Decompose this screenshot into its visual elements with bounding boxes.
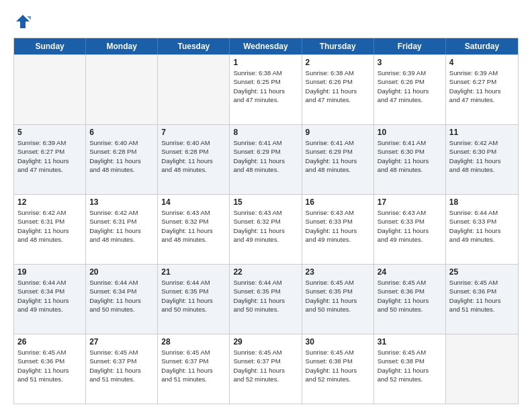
day-number: 10 (378, 128, 442, 137)
day-number: 27 (89, 337, 154, 347)
day-info: Sunrise: 6:42 AM Sunset: 6:31 PM Dayligh… (17, 208, 82, 244)
day-info: Sunrise: 6:38 AM Sunset: 6:25 PM Dayligh… (233, 68, 298, 104)
day-info: Sunrise: 6:43 AM Sunset: 6:32 PM Dayligh… (233, 208, 298, 244)
day-info: Sunrise: 6:44 AM Sunset: 6:34 PM Dayligh… (17, 278, 82, 314)
day-cell-28: 28Sunrise: 6:45 AM Sunset: 6:37 PM Dayli… (158, 334, 230, 404)
day-cell-2: 2Sunrise: 6:38 AM Sunset: 6:26 PM Daylig… (302, 55, 374, 124)
day-number: 13 (89, 197, 154, 207)
week-row-4: 26Sunrise: 6:45 AM Sunset: 6:36 PM Dayli… (14, 334, 518, 404)
day-number: 23 (306, 267, 370, 277)
day-cell-8: 8Sunrise: 6:41 AM Sunset: 6:29 PM Daylig… (230, 125, 302, 194)
day-cell-30: 30Sunrise: 6:45 AM Sunset: 6:38 PM Dayli… (302, 334, 374, 404)
day-cell-19: 19Sunrise: 6:44 AM Sunset: 6:34 PM Dayli… (14, 265, 86, 334)
day-info: Sunrise: 6:45 AM Sunset: 6:36 PM Dayligh… (378, 278, 442, 314)
day-info: Sunrise: 6:39 AM Sunset: 6:27 PM Dayligh… (449, 68, 515, 104)
day-info: Sunrise: 6:45 AM Sunset: 6:37 PM Dayligh… (161, 348, 226, 383)
day-number: 19 (17, 267, 82, 277)
day-number: 22 (233, 267, 298, 277)
day-info: Sunrise: 6:40 AM Sunset: 6:28 PM Dayligh… (161, 138, 226, 174)
day-cell-4: 4Sunrise: 6:39 AM Sunset: 6:27 PM Daylig… (446, 55, 518, 124)
day-info: Sunrise: 6:44 AM Sunset: 6:35 PM Dayligh… (161, 278, 226, 314)
day-info: Sunrise: 6:43 AM Sunset: 6:33 PM Dayligh… (378, 208, 442, 244)
day-info: Sunrise: 6:45 AM Sunset: 6:36 PM Dayligh… (449, 278, 515, 314)
day-cell-13: 13Sunrise: 6:42 AM Sunset: 6:31 PM Dayli… (86, 195, 158, 264)
day-number: 12 (17, 197, 82, 207)
day-header-wednesday: Wednesday (230, 38, 302, 54)
logo-icon (13, 12, 32, 31)
day-info: Sunrise: 6:39 AM Sunset: 6:26 PM Dayligh… (378, 68, 442, 104)
day-info: Sunrise: 6:44 AM Sunset: 6:33 PM Dayligh… (449, 208, 515, 244)
day-info: Sunrise: 6:45 AM Sunset: 6:38 PM Dayligh… (306, 348, 370, 383)
day-number: 5 (17, 128, 82, 137)
day-cell-5: 5Sunrise: 6:39 AM Sunset: 6:27 PM Daylig… (14, 125, 86, 194)
day-number: 6 (89, 128, 154, 137)
day-cell-18: 18Sunrise: 6:44 AM Sunset: 6:33 PM Dayli… (446, 195, 518, 264)
day-number: 2 (306, 58, 370, 67)
day-cell-15: 15Sunrise: 6:43 AM Sunset: 6:32 PM Dayli… (230, 195, 302, 264)
day-info: Sunrise: 6:44 AM Sunset: 6:34 PM Dayligh… (89, 278, 154, 314)
day-number: 1 (233, 58, 298, 67)
day-info: Sunrise: 6:45 AM Sunset: 6:36 PM Dayligh… (17, 348, 82, 383)
day-cell-3: 3Sunrise: 6:39 AM Sunset: 6:26 PM Daylig… (374, 55, 446, 124)
day-info: Sunrise: 6:39 AM Sunset: 6:27 PM Dayligh… (17, 138, 82, 174)
day-cell-22: 22Sunrise: 6:44 AM Sunset: 6:35 PM Dayli… (230, 265, 302, 334)
day-number: 8 (233, 128, 298, 137)
day-cell-12: 12Sunrise: 6:42 AM Sunset: 6:31 PM Dayli… (14, 195, 86, 264)
day-number: 16 (306, 197, 370, 207)
day-header-tuesday: Tuesday (158, 38, 230, 54)
day-info: Sunrise: 6:40 AM Sunset: 6:28 PM Dayligh… (89, 138, 154, 174)
day-number: 7 (161, 128, 226, 137)
day-number: 20 (89, 267, 154, 277)
week-row-3: 19Sunrise: 6:44 AM Sunset: 6:34 PM Dayli… (14, 264, 518, 334)
day-header-sunday: Sunday (14, 38, 86, 54)
day-info: Sunrise: 6:44 AM Sunset: 6:35 PM Dayligh… (233, 278, 298, 314)
day-cell-23: 23Sunrise: 6:45 AM Sunset: 6:35 PM Dayli… (302, 265, 374, 334)
day-number: 18 (449, 197, 515, 207)
calendar-body: 1Sunrise: 6:38 AM Sunset: 6:25 PM Daylig… (14, 54, 518, 404)
day-cell-27: 27Sunrise: 6:45 AM Sunset: 6:37 PM Dayli… (86, 334, 158, 404)
day-info: Sunrise: 6:41 AM Sunset: 6:29 PM Dayligh… (306, 138, 370, 174)
day-cell-29: 29Sunrise: 6:45 AM Sunset: 6:37 PM Dayli… (230, 334, 302, 404)
day-number: 15 (233, 197, 298, 207)
day-cell-1: 1Sunrise: 6:38 AM Sunset: 6:25 PM Daylig… (230, 55, 302, 124)
empty-cell (446, 334, 518, 404)
day-info: Sunrise: 6:45 AM Sunset: 6:38 PM Dayligh… (378, 348, 442, 383)
logo (13, 12, 35, 31)
day-info: Sunrise: 6:45 AM Sunset: 6:35 PM Dayligh… (306, 278, 370, 314)
day-number: 21 (161, 267, 226, 277)
day-number: 29 (233, 337, 298, 347)
day-cell-7: 7Sunrise: 6:40 AM Sunset: 6:28 PM Daylig… (158, 125, 230, 194)
day-number: 31 (378, 337, 442, 347)
header (13, 12, 519, 31)
empty-cell (86, 55, 158, 124)
calendar-header: SundayMondayTuesdayWednesdayThursdayFrid… (14, 38, 518, 54)
day-cell-17: 17Sunrise: 6:43 AM Sunset: 6:33 PM Dayli… (374, 195, 446, 264)
week-row-0: 1Sunrise: 6:38 AM Sunset: 6:25 PM Daylig… (14, 54, 518, 124)
day-info: Sunrise: 6:45 AM Sunset: 6:37 PM Dayligh… (89, 348, 154, 383)
day-cell-9: 9Sunrise: 6:41 AM Sunset: 6:29 PM Daylig… (302, 125, 374, 194)
week-row-1: 5Sunrise: 6:39 AM Sunset: 6:27 PM Daylig… (14, 124, 518, 194)
day-number: 28 (161, 337, 226, 347)
day-cell-11: 11Sunrise: 6:42 AM Sunset: 6:30 PM Dayli… (446, 125, 518, 194)
day-number: 4 (449, 58, 515, 67)
calendar: SundayMondayTuesdayWednesdayThursdayFrid… (13, 38, 519, 404)
day-info: Sunrise: 6:42 AM Sunset: 6:30 PM Dayligh… (449, 138, 515, 174)
day-cell-14: 14Sunrise: 6:43 AM Sunset: 6:32 PM Dayli… (158, 195, 230, 264)
day-number: 24 (378, 267, 442, 277)
day-cell-26: 26Sunrise: 6:45 AM Sunset: 6:36 PM Dayli… (14, 334, 86, 404)
day-cell-25: 25Sunrise: 6:45 AM Sunset: 6:36 PM Dayli… (446, 265, 518, 334)
day-info: Sunrise: 6:45 AM Sunset: 6:37 PM Dayligh… (233, 348, 298, 383)
day-number: 25 (449, 267, 515, 277)
day-info: Sunrise: 6:42 AM Sunset: 6:31 PM Dayligh… (89, 208, 154, 244)
day-cell-31: 31Sunrise: 6:45 AM Sunset: 6:38 PM Dayli… (374, 334, 446, 404)
day-cell-16: 16Sunrise: 6:43 AM Sunset: 6:33 PM Dayli… (302, 195, 374, 264)
day-cell-21: 21Sunrise: 6:44 AM Sunset: 6:35 PM Dayli… (158, 265, 230, 334)
day-cell-24: 24Sunrise: 6:45 AM Sunset: 6:36 PM Dayli… (374, 265, 446, 334)
day-cell-20: 20Sunrise: 6:44 AM Sunset: 6:34 PM Dayli… (86, 265, 158, 334)
day-number: 30 (306, 337, 370, 347)
day-number: 26 (17, 337, 82, 347)
day-header-thursday: Thursday (302, 38, 374, 54)
empty-cell (14, 55, 86, 124)
day-number: 17 (378, 197, 442, 207)
day-number: 9 (306, 128, 370, 137)
